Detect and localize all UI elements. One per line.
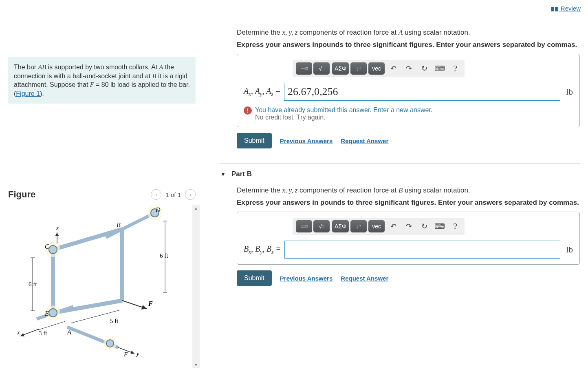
greek-button-b[interactable]: ΑΣΦ <box>332 220 349 232</box>
svg-text:F: F <box>148 300 153 307</box>
template-button[interactable]: ▭□ <box>296 62 312 75</box>
figure-pager: ‹ 1 of 1 › <box>151 189 196 200</box>
partA-description: Determine the x, y, z components of reac… <box>237 29 580 37</box>
var-AB: AB <box>38 64 46 71</box>
var-F: F <box>90 81 94 88</box>
fraction-button[interactable]: √□ <box>313 62 330 75</box>
partA-request-answer-link[interactable]: Request Answer <box>341 137 388 144</box>
keyboard-button[interactable]: ⌨ <box>433 62 447 75</box>
equation-toolbar: ▭□ √□ ΑΣΦ ↓↑ vec ↶ ↷ ↻ ⌨ ? <box>293 60 465 77</box>
pt2: is supported by two smooth collars. At <box>46 64 159 71</box>
partA-answer-input[interactable] <box>284 83 560 101</box>
var-A: A <box>159 64 163 71</box>
undo-button-b[interactable]: ↶ <box>386 220 400 232</box>
partB-previous-answers-link[interactable]: Previous Answers <box>280 275 333 282</box>
partB-answer-box: ▭□ √□ ΑΣΦ ↓↑ vec ↶ ↷ ↻ ⌨ ? Bx, By, Bz = … <box>237 212 580 265</box>
svg-text:3 ft: 3 ft <box>39 330 47 336</box>
pager-next[interactable]: › <box>185 189 196 200</box>
partB-header[interactable]: ▼ Part B <box>220 163 580 178</box>
feedback-line1: You have already submitted this answer. … <box>255 106 432 114</box>
pager-label: 1 of 1 <box>165 191 181 198</box>
figure-area: z x y C B D E A F F 6 ft 6 ft 5 ft 3 ft … <box>4 205 200 368</box>
svg-line-2 <box>53 229 122 250</box>
partB-var-label: Bx, By, Bz = <box>244 244 281 255</box>
partA-instruction: Express your answers inpounds to three s… <box>237 41 580 49</box>
greek-button[interactable]: ΑΣΦ <box>332 62 349 75</box>
svg-text:A: A <box>67 329 71 336</box>
collapse-icon: ▼ <box>220 171 226 177</box>
equation-toolbar-b: ▭□ √□ ΑΣΦ ↓↑ vec ↶ ↷ ↻ ⌨ ? <box>293 218 465 235</box>
feedback-line2: No credit lost. Try again. <box>255 114 432 121</box>
left-pane: The bar AB is supported by two smooth co… <box>0 0 204 376</box>
partB-request-answer-link[interactable]: Request Answer <box>341 275 388 282</box>
help-button-b[interactable]: ? <box>448 220 462 232</box>
review-link[interactable]: Review <box>551 5 581 12</box>
figure-scrollbar[interactable]: ▴ ▾ <box>192 205 200 368</box>
reset-button-b[interactable]: ↻ <box>417 220 431 232</box>
subsup-button[interactable]: ↓↑ <box>350 62 367 75</box>
redo-button[interactable]: ↷ <box>402 62 416 75</box>
svg-text:6 ft: 6 ft <box>29 281 37 288</box>
vec-button[interactable]: vec <box>368 62 385 75</box>
undo-button[interactable]: ↶ <box>386 62 400 75</box>
redo-button-b[interactable]: ↷ <box>402 220 416 232</box>
svg-line-7 <box>122 301 147 309</box>
partA-submit-button[interactable]: Submit <box>237 133 272 148</box>
partA-previous-answers-link[interactable]: Previous Answers <box>280 137 333 144</box>
svg-text:F: F <box>123 351 128 358</box>
scroll-up-icon[interactable]: ▴ <box>192 205 200 211</box>
svg-text:E: E <box>44 310 49 317</box>
pager-prev[interactable]: ‹ <box>151 189 161 200</box>
partA-unit: lb <box>566 86 573 97</box>
svg-text:5 ft: 5 ft <box>110 318 119 324</box>
svg-text:6 ft: 6 ft <box>160 252 168 259</box>
pt6: ). <box>40 90 44 97</box>
book-icon-2 <box>555 7 558 11</box>
fraction-button-b[interactable]: √□ <box>313 220 330 232</box>
figure-link[interactable]: Figure 1 <box>16 90 40 97</box>
var-B: B <box>152 73 156 80</box>
figure-heading: Figure <box>8 189 35 200</box>
svg-text:C: C <box>45 243 49 250</box>
partA-var-label: Ax, Ay, Az = <box>244 86 281 97</box>
problem-statement: The bar AB is supported by two smooth co… <box>8 57 196 104</box>
svg-text:x: x <box>17 329 20 336</box>
svg-text:B: B <box>117 221 121 228</box>
review-label: Review <box>561 5 581 12</box>
svg-line-17 <box>20 329 39 336</box>
pt1: The bar <box>14 64 38 71</box>
svg-point-15 <box>106 340 114 347</box>
template-button-b[interactable]: ▭□ <box>296 220 312 232</box>
svg-text:D: D <box>155 206 161 213</box>
right-pane: Review Determine the x, y, z components … <box>204 0 588 376</box>
partB-instruction: Express your answers in pounds to three … <box>237 199 580 207</box>
svg-line-4 <box>106 213 155 237</box>
help-button[interactable]: ? <box>448 62 462 75</box>
svg-line-26 <box>37 321 65 330</box>
svg-point-13 <box>49 309 57 317</box>
partA-answer-box: ▭□ √□ ΑΣΦ ↓↑ vec ↶ ↷ ↻ ⌨ ? Ax, Ay, Az = … <box>237 54 580 127</box>
partB-description: Determine the x, y, z components of reac… <box>237 186 580 195</box>
svg-text:y: y <box>136 350 139 357</box>
partA-feedback: ! You have already submitted this answer… <box>244 106 573 121</box>
subsup-button-b[interactable]: ↓↑ <box>350 220 367 232</box>
figure-diagram: z x y C B D E A F F 6 ft 6 ft 5 ft 3 ft <box>4 205 192 360</box>
partB-title: Part B <box>231 170 252 178</box>
reset-button[interactable]: ↻ <box>417 62 431 75</box>
svg-text:z: z <box>56 225 59 231</box>
warning-icon: ! <box>244 106 252 115</box>
vec-button-b[interactable]: vec <box>368 220 385 232</box>
scroll-down-icon[interactable]: ▾ <box>192 361 200 368</box>
svg-point-9 <box>49 246 57 254</box>
partB-submit-button[interactable]: Submit <box>237 270 272 286</box>
partB-answer-input[interactable] <box>284 241 560 259</box>
partB-unit: lb <box>566 244 573 255</box>
book-icon <box>551 7 554 11</box>
keyboard-button-b[interactable]: ⌨ <box>433 220 447 232</box>
